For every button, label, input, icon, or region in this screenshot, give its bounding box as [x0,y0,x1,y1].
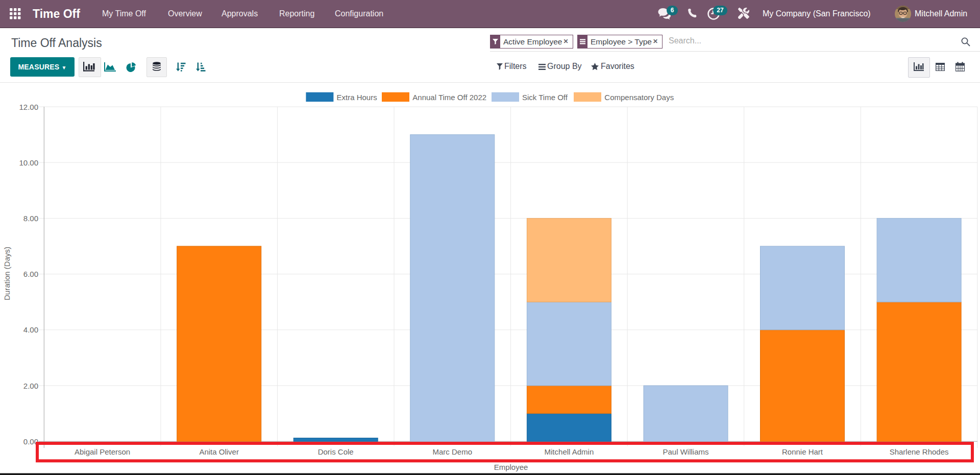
svg-text:10.00: 10.00 [19,158,38,167]
svg-text:Ronnie Hart: Ronnie Hart [782,447,823,456]
svg-text:Doris Cole: Doris Cole [318,447,354,456]
svg-text:Compensatory Days: Compensatory Days [604,93,674,102]
svg-text:8.00: 8.00 [23,214,38,223]
svg-text:Sharlene Rhodes: Sharlene Rhodes [890,447,949,456]
svg-text:Sick Time Off: Sick Time Off [522,93,568,102]
svg-text:6.00: 6.00 [23,270,38,278]
svg-text:Annual Time Off 2022: Annual Time Off 2022 [412,93,486,102]
svg-text:2.00: 2.00 [23,382,38,390]
svg-text:Employee: Employee [494,463,528,471]
svg-text:Mitchell Admin: Mitchell Admin [545,447,594,456]
svg-text:Abigail Peterson: Abigail Peterson [75,447,130,456]
svg-text:4.00: 4.00 [23,325,38,334]
svg-text:Duration (Days): Duration (Days) [3,247,11,300]
svg-text:12.00: 12.00 [19,103,38,111]
svg-text:Paul Williams: Paul Williams [663,447,708,456]
svg-text:Extra Hours: Extra Hours [337,93,377,102]
svg-text:Marc Demo: Marc Demo [433,447,473,456]
svg-text:Anita Oliver: Anita Oliver [199,447,239,456]
